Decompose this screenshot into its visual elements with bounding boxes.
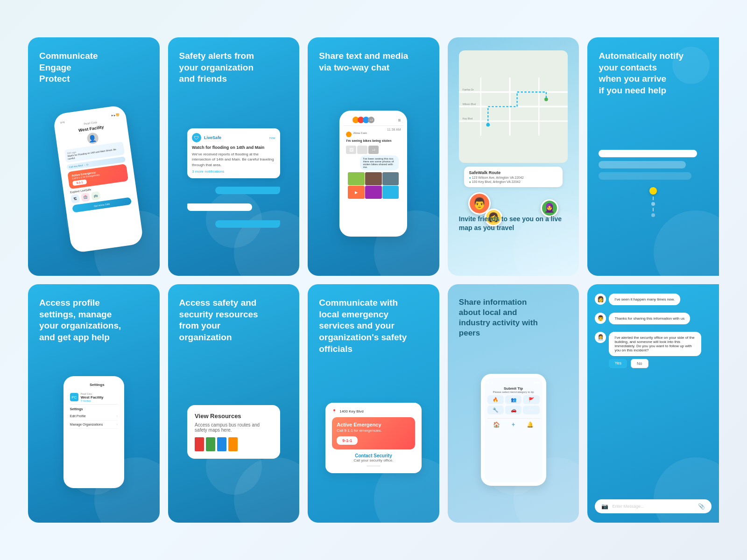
book-orange xyxy=(228,437,238,451)
book-blue xyxy=(217,437,226,451)
dot-line-2 xyxy=(653,208,654,211)
start-dot: ● xyxy=(469,176,471,179)
tip-more-icon[interactable]: ⋯ xyxy=(523,406,539,414)
ae-title: Active Emergency xyxy=(337,422,410,427)
nav-bell[interactable]: 🔔 xyxy=(527,421,534,428)
back-btn[interactable]: ← xyxy=(70,383,75,388)
dot-end xyxy=(651,213,655,217)
chevron-right-icon: › xyxy=(116,414,117,418)
svg-point-7 xyxy=(486,123,490,126)
phone1-screen: 9:41 ▶ ▶ 📶 Pearl Corp West Facility 👤 10… xyxy=(57,110,140,248)
photo-more: +2 xyxy=(368,146,379,154)
nav-home[interactable]: 🏠 xyxy=(493,421,500,428)
camera-icon: 📷 xyxy=(601,503,608,510)
card-settings: Access profile settings, manage your org… xyxy=(28,284,160,523)
resource-title: View Resources xyxy=(195,413,273,420)
svg-text:Key Blvd: Key Blvd xyxy=(463,117,472,120)
nav-add[interactable]: + xyxy=(512,421,515,428)
bubble-right-1 xyxy=(215,187,280,194)
card9-title: Share information about local and indust… xyxy=(459,297,568,338)
tip-flag-icon[interactable]: 🚩 xyxy=(523,395,539,404)
sender-avatar xyxy=(346,132,352,137)
svg-text:Fairfax Dr: Fairfax Dr xyxy=(463,88,474,91)
chat-avatar-3: 👩‍💼 xyxy=(595,332,606,343)
card2-content: 🛡 LiveSafe now Watch for flooding on 14t… xyxy=(179,92,289,266)
card-tip: Share information about local and indust… xyxy=(448,284,579,523)
chat-message: I'm seeing bikes being stolen xyxy=(346,139,401,144)
attachment-row: 🖼 +2 xyxy=(346,146,401,154)
card7-title: Access safety and security resources fro… xyxy=(179,297,289,343)
book-green xyxy=(206,437,215,451)
construction-icon: 🏗 xyxy=(70,194,80,203)
card1-content: 9:41 ▶ ▶ 📶 Pearl Corp West Facility 👤 10… xyxy=(39,92,148,266)
tip-signal: ▶▶ xyxy=(534,380,540,385)
tip-subtitle: Please select item/category to tip xyxy=(487,391,540,393)
bottom-nav: 🏠 + 🔔 xyxy=(487,418,540,428)
photo-6 xyxy=(382,186,399,199)
notif-title-text: Watch for flooding on 14th and Main xyxy=(192,145,275,150)
submit-tip-title: Submit Tip xyxy=(487,386,540,391)
card-map: Fairfax Dr Wilson Blvd Key Blvd SafeWalk… xyxy=(448,37,579,276)
map-svg: Fairfax Dr Wilson Blvd Key Blvd xyxy=(459,50,568,163)
tip-header-row: 9:41 ▶▶ xyxy=(487,380,540,385)
emergency-phone-card: 📍 1400 Key Blvd Active Emergency Call 9-… xyxy=(325,403,422,473)
end-address: ● 100 Key Blvd, Arlington VA 22042 xyxy=(469,180,557,183)
dot-mid xyxy=(651,202,655,206)
911-button[interactable]: 9-1-1 xyxy=(337,436,358,445)
tip-phone-mockup: 9:41 ▶▶ Submit Tip Please select item/ca… xyxy=(481,374,546,486)
livesafe-icon: 🛡 xyxy=(192,133,201,142)
chat-time: 11:38 AM xyxy=(346,128,401,131)
edit-profile-item[interactable]: Edit Profile › xyxy=(70,412,118,420)
main-grid: Communicate Engage Protect 9:41 ▶ ▶ 📶 Pe… xyxy=(0,0,747,560)
chat-msg-2: Thanks for sharing this information with… xyxy=(609,313,690,324)
avatar-group: +2 xyxy=(352,117,373,123)
chat-bubbles xyxy=(187,184,280,231)
safewalk-title: SafeWalk Route xyxy=(469,170,557,175)
settings-screen: ← Settings PC Pearl Corp West Facility ®… xyxy=(67,380,120,484)
card-chat: Share text and media via two-way chat ← … xyxy=(308,37,439,276)
photo-thumb-1 xyxy=(357,146,367,154)
tip-tools-icon[interactable]: 🔧 xyxy=(487,406,504,414)
tip-status: 9:41 xyxy=(487,380,496,385)
user-avatar: 👤 xyxy=(86,132,99,144)
tip-fire-icon[interactable]: 🔥 xyxy=(487,395,504,404)
card-communicate: Communicate Engage Protect 9:41 ▶ ▶ 📶 Pe… xyxy=(28,37,160,276)
chat-header: ← +2 ≡ xyxy=(343,114,403,126)
map-area: Fairfax Dr Wilson Blvd Key Blvd xyxy=(459,50,568,163)
manage-orgs-label: Manage Organizations xyxy=(70,423,103,426)
photo-1 xyxy=(348,172,365,185)
notif-meta: LiveSafe now xyxy=(204,135,275,140)
card1-title: Communicate Engage Protect xyxy=(39,50,148,85)
svg-text:Wilson Blvd: Wilson Blvd xyxy=(463,103,476,105)
card5-content xyxy=(599,104,708,266)
notif-source: LiveSafe xyxy=(204,135,221,140)
chat-row-3: 👩‍💼 I've alerted the security office on … xyxy=(595,332,712,368)
card5-title: Automatically notify your contacts when … xyxy=(599,50,708,97)
chat-body: 11:38 AM Alma Cain I'm seeing bikes bein… xyxy=(343,126,403,203)
manage-orgs-item[interactable]: Manage Organizations › xyxy=(70,420,118,429)
back-icon[interactable]: ← xyxy=(346,118,351,123)
dot-line-1 xyxy=(653,196,654,200)
safewalk-card: SafeWalk Route ● 123 Wilson Ave, Arlingt… xyxy=(464,167,562,187)
notify-input-1 xyxy=(599,150,697,157)
photo-2 xyxy=(365,172,382,185)
verified-badge: ® Verified xyxy=(81,399,104,402)
medical-icon: 🏥 xyxy=(81,192,90,202)
chat-screen: ← +2 ≡ 11:38 AM Alma Cain xyxy=(343,114,403,233)
location-pin-icon: 📍 xyxy=(332,409,337,413)
yes-button[interactable]: Yes xyxy=(609,359,627,368)
chat-phone-mockup: ← +2 ≡ 11:38 AM Alma Cain xyxy=(339,111,407,237)
contact-security-label[interactable]: Contact Security xyxy=(332,453,415,458)
settings-phone: ← Settings PC Pearl Corp West Facility ®… xyxy=(63,376,124,488)
image-icon: 🖼 xyxy=(346,146,356,154)
edit-profile-label: Edit Profile xyxy=(70,414,86,418)
chat-avatar-2: 👨 xyxy=(595,313,606,324)
card-emergency: Communicate with local emergency service… xyxy=(308,284,439,523)
photo-grid: ▶ xyxy=(348,172,399,199)
no-button[interactable]: No xyxy=(631,359,648,368)
ae-sub: Call 9-1-1 for emergencies. xyxy=(337,428,410,433)
divider xyxy=(366,465,381,467)
tip-people-icon[interactable]: 👥 xyxy=(505,395,521,404)
tip-car-icon[interactable]: 🚗 xyxy=(505,406,521,414)
card6-title: Access profile settings, manage your org… xyxy=(39,297,148,343)
